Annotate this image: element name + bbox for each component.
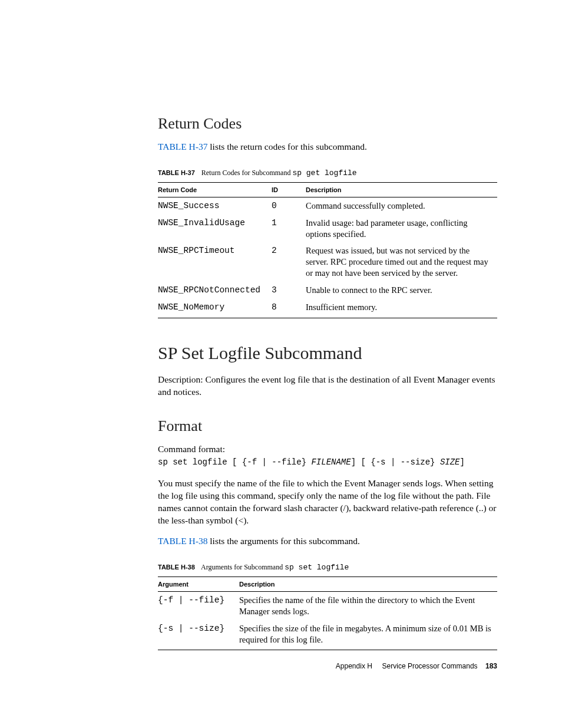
cell-desc: Insufficient memory.	[306, 299, 497, 318]
table-row: {-f | --file} Specifies the name of the …	[158, 592, 497, 620]
link-table-h37[interactable]: TABLE H-37	[158, 141, 207, 151]
cell-id: 2	[272, 242, 306, 282]
intro2-text: lists the arguments for this subcommand.	[207, 536, 359, 546]
caption-label: TABLE H-37	[158, 169, 195, 176]
caption-code: sp set logfile	[285, 563, 349, 572]
table-h37-caption: TABLE H-37 Return Codes for Subcommand s…	[158, 169, 497, 177]
cell-code: NWSE_InvalidUsage	[158, 215, 272, 243]
th-return-code: Return Code	[158, 182, 272, 197]
caption-text: Arguments for Subcommand	[201, 563, 285, 571]
cell-code: NWSE_Success	[158, 197, 272, 214]
cell-desc: Specifies the size of the file in megaby…	[239, 620, 497, 650]
table-row: NWSE_NoMemory 8 Insufficient memory.	[158, 299, 497, 318]
format-note-paragraph: You must specify the name of the file to…	[158, 477, 497, 527]
cmd-arg-filename: FILENAME	[311, 457, 351, 467]
table-return-codes: Return Code ID Description NWSE_Success …	[158, 182, 497, 318]
th-argument: Argument	[158, 577, 239, 592]
th-id: ID	[272, 182, 306, 197]
cmd-arg-size: SIZE	[440, 457, 460, 467]
page-footer: Appendix H Service Processor Commands 18…	[336, 662, 497, 670]
table-row: NWSE_RPCNotConnected 3 Unable to connect…	[158, 282, 497, 299]
document-page: Return Codes TABLE H-37 lists the return…	[0, 0, 562, 728]
th-description: Description	[239, 577, 497, 592]
cell-desc: Request was issued, but was not serviced…	[306, 242, 497, 282]
caption-code: sp get logfile	[292, 169, 356, 177]
description-paragraph: Description: Configures the event log fi…	[158, 374, 497, 398]
cell-desc: Command successfully completed.	[306, 197, 497, 214]
cell-desc: Specifies the name of the file within th…	[239, 592, 497, 620]
cell-arg: {-s | --size}	[158, 620, 239, 650]
intro-paragraph: TABLE H-37 lists the return codes for th…	[158, 141, 497, 153]
intro2-paragraph: TABLE H-38 lists the arguments for this …	[158, 535, 497, 548]
heading-format: Format	[158, 417, 497, 435]
cmd-part: ]	[460, 457, 465, 467]
table-row: NWSE_RPCTimeout 2 Request was issued, bu…	[158, 242, 497, 282]
heading-return-codes: Return Codes	[158, 115, 497, 133]
command-line: sp set logfile [ {-f | --file} FILENAME]…	[158, 457, 497, 467]
caption-label: TABLE H-38	[158, 564, 195, 571]
footer-title: Service Processor Commands	[382, 662, 478, 670]
cell-code: NWSE_RPCNotConnected	[158, 282, 272, 299]
footer-page-number: 183	[485, 662, 497, 670]
link-table-h38[interactable]: TABLE H-38	[158, 536, 207, 546]
cell-code: NWSE_NoMemory	[158, 299, 272, 318]
heading-sp-set-logfile: SP Set Logfile Subcommand	[158, 343, 497, 363]
cell-desc: Invalid usage: bad parameter usage, conf…	[306, 215, 497, 243]
cell-code: NWSE_RPCTimeout	[158, 242, 272, 282]
cell-id: 1	[272, 215, 306, 243]
cell-desc: Unable to connect to the RPC server.	[306, 282, 497, 299]
table-row: NWSE_Success 0 Command successfully comp…	[158, 197, 497, 214]
caption-text: Return Codes for Subcommand	[201, 169, 293, 177]
th-description: Description	[306, 182, 497, 197]
cmd-part: sp set logfile [ {-f | --file}	[158, 457, 311, 467]
cell-id: 8	[272, 299, 306, 318]
table-h38-caption: TABLE H-38 Arguments for Subcommand sp s…	[158, 563, 497, 572]
table-arguments: Argument Description {-f | --file} Speci…	[158, 577, 497, 650]
table-row: NWSE_InvalidUsage 1 Invalid usage: bad p…	[158, 215, 497, 243]
cell-id: 3	[272, 282, 306, 299]
cell-id: 0	[272, 197, 306, 214]
command-format-label: Command format:	[158, 443, 497, 456]
table-row: {-s | --size} Specifies the size of the …	[158, 620, 497, 650]
footer-appendix: Appendix H	[336, 662, 372, 670]
cmd-part: ] [ {-s | --size}	[351, 457, 440, 467]
cell-arg: {-f | --file}	[158, 592, 239, 620]
intro-text: lists the return codes for this subcomma…	[207, 141, 366, 151]
